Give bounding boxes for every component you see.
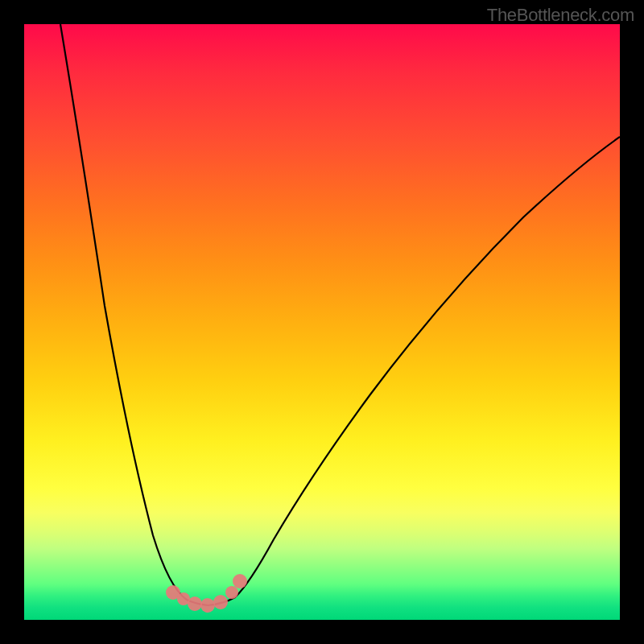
marker-group xyxy=(166,574,247,613)
marker-dot xyxy=(233,574,247,588)
curve-overlay xyxy=(24,24,620,620)
curve-left-branch xyxy=(60,24,208,605)
marker-dot xyxy=(200,598,215,613)
marker-dot xyxy=(213,595,228,609)
curve-right-branch xyxy=(208,137,620,605)
marker-dot xyxy=(225,586,238,599)
marker-dot xyxy=(188,597,202,611)
watermark-text: TheBottleneck.com xyxy=(487,5,634,26)
chart-area xyxy=(24,24,620,620)
